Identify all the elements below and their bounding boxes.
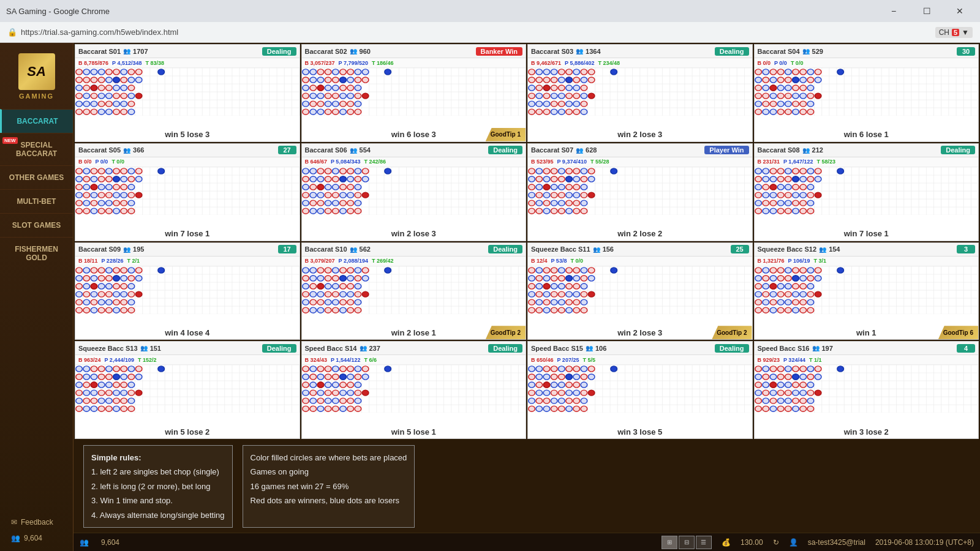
game-card-s05[interactable]: Baccarat S05👥36627B 0/0P 0/0T 0/0win 7 l… bbox=[75, 143, 300, 241]
bead-circle bbox=[762, 366, 769, 372]
bead-circle bbox=[309, 374, 316, 380]
bead-circle bbox=[135, 176, 142, 182]
game-card-s12[interactable]: Squeeze Bacc S12👥1543B 1,321/76P 106/19T… bbox=[754, 242, 979, 340]
bead-circle bbox=[128, 93, 135, 99]
game-status: Player Win bbox=[704, 146, 748, 154]
game-title: Baccarat S08 bbox=[758, 146, 800, 154]
player-count-icon: 👥 bbox=[586, 345, 593, 351]
bead-circle bbox=[807, 276, 814, 281]
bead-circle bbox=[785, 77, 791, 83]
bead-circle bbox=[355, 168, 361, 174]
bead-circle bbox=[325, 406, 331, 411]
bead-circle bbox=[91, 77, 97, 83]
bead-circle bbox=[355, 184, 361, 190]
game-result: win 2 lose 1 bbox=[391, 328, 436, 337]
close-button[interactable]: ✕ bbox=[946, 1, 974, 21]
bead-circle bbox=[581, 101, 587, 107]
game-card-s06[interactable]: Baccarat S06👥554DealingB 646/67P 5,084/3… bbox=[301, 143, 527, 241]
game-card-s03[interactable]: Baccarat S03👥1364DealingB 9,462/671P 5,8… bbox=[527, 44, 753, 142]
game-card-s16[interactable]: Speed Bacc S16👥1974B 929/23P 324/44T 1/1… bbox=[754, 341, 979, 439]
grid-view-1col[interactable]: ☰ bbox=[696, 536, 712, 549]
game-card-s09[interactable]: Baccarat S09👥19517B 18/11P 228/26T 2/1wi… bbox=[75, 242, 300, 340]
sidebar-item-fishermen-gold[interactable]: FISHERMEN GOLD bbox=[0, 237, 73, 269]
minimize-button[interactable]: − bbox=[880, 1, 908, 21]
game-header-s09: Baccarat S09👥19517 bbox=[75, 243, 300, 257]
sidebar-item-other-games[interactable]: OTHER GAMES bbox=[0, 165, 73, 189]
bead-circle bbox=[121, 299, 127, 305]
bead-circle bbox=[807, 307, 814, 313]
game-card-s10[interactable]: Baccarat S10👥562DealingB 3,079/207P 2,08… bbox=[301, 242, 527, 340]
bead-circle bbox=[362, 176, 369, 182]
maximize-button[interactable]: ☐ bbox=[913, 1, 941, 21]
ch-dropdown-icon[interactable]: ▼ bbox=[962, 28, 969, 37]
bead-filled bbox=[91, 283, 97, 289]
game-card-s13[interactable]: Squeeze Bacc S13👥151DealingB 963/24P 2,4… bbox=[75, 341, 300, 439]
bead-circle bbox=[792, 93, 799, 99]
game-title: Baccarat S09 bbox=[78, 246, 121, 253]
game-card-s15[interactable]: Speed Bacc S15👥106DealingB 650/46P 207/2… bbox=[527, 341, 753, 439]
game-status: Dealing bbox=[262, 344, 296, 353]
users-icon: 👥 bbox=[11, 534, 20, 542]
tie-stat: T 186/46 bbox=[372, 60, 394, 66]
bead-circle bbox=[332, 69, 339, 75]
bead-circle bbox=[302, 101, 309, 107]
bead-circle bbox=[113, 192, 120, 198]
player-count: 1364 bbox=[586, 48, 600, 55]
bead-circle bbox=[355, 101, 361, 107]
game-card-s14[interactable]: Speed Bacc S14👥237DealingB 324/43P 1,544… bbox=[301, 341, 527, 439]
bead-circle bbox=[551, 366, 557, 372]
bead-circle bbox=[770, 267, 777, 272]
bead-circle bbox=[785, 93, 791, 99]
bead-circle bbox=[559, 69, 565, 75]
bead-circle bbox=[339, 307, 346, 313]
url-text[interactable]: https://trial.sa-gaming.com/h5web/index.… bbox=[21, 28, 178, 37]
bead-circle bbox=[302, 398, 309, 403]
bead-circle bbox=[347, 200, 353, 206]
game-card-s01[interactable]: Baccarat S01👥1707DealingB 8,785/876P 4,5… bbox=[75, 44, 300, 142]
bead-circle bbox=[128, 168, 135, 174]
bead-circle bbox=[581, 374, 587, 380]
game-stats: B 646/67P 5,084/343T 242/86 bbox=[302, 157, 526, 167]
bead-circle bbox=[325, 85, 331, 91]
bead-circle bbox=[785, 85, 791, 91]
bead-circle bbox=[76, 192, 83, 198]
sidebar-item-special-baccarat[interactable]: NEW SPECIAL BACCARAT bbox=[0, 133, 73, 165]
bead-circle bbox=[309, 176, 316, 182]
bead-circle bbox=[98, 69, 105, 75]
user-icon: 👤 bbox=[789, 538, 798, 547]
bead-circle bbox=[325, 390, 331, 395]
bead-filled bbox=[770, 184, 777, 190]
game-card-s02[interactable]: Baccarat S02👥960Banker WinB 3,057/237P 7… bbox=[301, 44, 527, 142]
bead-circle bbox=[785, 267, 791, 272]
bead-circle bbox=[128, 366, 135, 372]
bead-circle bbox=[762, 406, 769, 411]
sidebar-item-slot-games[interactable]: SLOT GAMES bbox=[0, 213, 73, 237]
stat-item: Red dots are winners, blue dots are lose… bbox=[251, 493, 407, 508]
game-header-s10: Baccarat S10👥562Dealing bbox=[302, 243, 526, 257]
bead-circle bbox=[551, 291, 557, 297]
bead-circle bbox=[113, 184, 120, 190]
bead-filled bbox=[362, 192, 369, 198]
refresh-icon[interactable]: ↻ bbox=[773, 538, 779, 547]
bead-filled bbox=[158, 168, 165, 174]
bead-circle bbox=[347, 208, 353, 214]
sidebar-item-multi-bet[interactable]: MULTI-BET bbox=[0, 189, 73, 213]
grid-view-4col[interactable]: ⊞ bbox=[662, 536, 677, 549]
bead-circle bbox=[106, 374, 113, 380]
bead-circle bbox=[551, 176, 557, 182]
bead-circle bbox=[83, 192, 90, 198]
bead-circle bbox=[332, 184, 339, 190]
sidebar-item-baccarat[interactable]: BACCARAT bbox=[0, 109, 73, 133]
game-card-s08[interactable]: Baccarat S08👥212DealingB 231/31P 1,647/1… bbox=[754, 143, 979, 241]
game-card-s07[interactable]: Baccarat S07👥628Player WinB 523/95P 9,37… bbox=[527, 143, 753, 241]
bead-circle bbox=[807, 168, 814, 174]
game-card-s11[interactable]: Squeeze Bacc S11👥15625B 12/4P 53/8T 0/0w… bbox=[527, 242, 753, 340]
bead-circle bbox=[113, 69, 120, 75]
feedback-item[interactable]: ✉ Feedback bbox=[6, 513, 67, 531]
bead-circle bbox=[98, 176, 105, 182]
game-card-s04[interactable]: Baccarat S04👥52930B 0/0P 0/0T 0/0win 6 l… bbox=[754, 44, 979, 142]
stats-box: Color filled circles are where bets are … bbox=[243, 445, 415, 528]
bead-circle bbox=[347, 184, 353, 190]
bead-circle bbox=[755, 101, 761, 107]
grid-view-2col[interactable]: ⊟ bbox=[679, 536, 695, 549]
